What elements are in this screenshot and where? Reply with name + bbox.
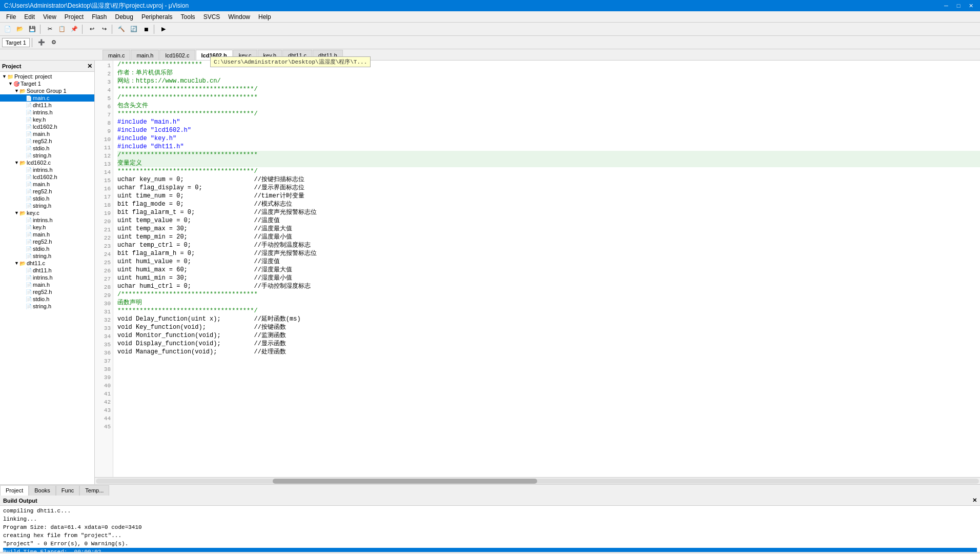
tree-node-dht11-h[interactable]: 📄dht11.h bbox=[0, 102, 94, 109]
menu-item-edit[interactable]: Edit bbox=[20, 12, 39, 22]
expand-icon-target1[interactable]: ▼ bbox=[8, 81, 13, 86]
menu-item-view[interactable]: View bbox=[39, 12, 60, 22]
tree-node-project-root[interactable]: ▼📁Project: project bbox=[0, 73, 94, 80]
tree-label-key-h: key.h bbox=[33, 116, 46, 123]
close-button[interactable]: ✕ bbox=[966, 2, 976, 10]
code-lines[interactable]: /********************** *******/作者：单片机俱乐… bbox=[113, 61, 980, 477]
file-icon-lcd1602-h: 📄 bbox=[26, 124, 32, 130]
maximize-button[interactable]: □ bbox=[953, 2, 964, 10]
expand-icon-source-group-1[interactable]: ▼ bbox=[14, 88, 19, 93]
minimize-button[interactable]: ─ bbox=[941, 2, 951, 10]
line-num-42: 42 bbox=[95, 398, 111, 406]
tree-node-lcd1602-h-2[interactable]: 📄lcd1602.h bbox=[0, 173, 94, 181]
panel-tab-project[interactable]: Project bbox=[0, 485, 29, 496]
open-button[interactable]: 📂 bbox=[14, 24, 26, 34]
tab-main-h[interactable]: main.h bbox=[131, 50, 159, 60]
tree-node-main-h[interactable]: 📄main.h bbox=[0, 130, 94, 137]
expand-icon-dht11-c[interactable]: ▼ bbox=[14, 261, 19, 266]
stop-button[interactable]: ⏹ bbox=[140, 24, 152, 34]
file-icon-main-c: 📄 bbox=[26, 95, 32, 101]
menu-item-peripherals[interactable]: Peripherals bbox=[137, 12, 177, 22]
tree-node-main-h-2[interactable]: 📄main.h bbox=[0, 181, 94, 188]
menu-item-file[interactable]: File bbox=[2, 12, 20, 22]
horizontal-scrollbar[interactable] bbox=[95, 477, 980, 484]
code-text-27: uint temp_max = 30; //温度最大值 bbox=[117, 225, 292, 233]
rebuild-button[interactable]: 🔄 bbox=[128, 24, 139, 34]
tree-node-stdio-h-3[interactable]: 📄stdio.h bbox=[0, 245, 94, 252]
code-content: 1234567891011121314151617181920212223242… bbox=[95, 61, 980, 477]
cut-button[interactable]: ✂ bbox=[44, 24, 55, 34]
menu-item-window[interactable]: Window bbox=[224, 12, 254, 22]
tree-node-main-h-4[interactable]: 📄main.h bbox=[0, 281, 94, 288]
tree-node-string-h-1[interactable]: 📄string.h bbox=[0, 152, 94, 159]
tree-node-key-c[interactable]: ▼📂key.c bbox=[0, 209, 94, 216]
undo-button[interactable]: ↩ bbox=[86, 24, 97, 34]
menu-item-tools[interactable]: Tools bbox=[177, 12, 199, 22]
debug-button[interactable]: ▶ bbox=[158, 24, 169, 34]
tree-node-dht11-h-4[interactable]: 📄dht11.h bbox=[0, 267, 94, 274]
code-line-32: uint humi_value = 0; //湿度值 bbox=[117, 258, 980, 266]
expand-icon-project-root[interactable]: ▼ bbox=[2, 74, 7, 79]
tree-node-reg52-h-4[interactable]: 📄reg52.h bbox=[0, 288, 94, 295]
build-button[interactable]: 🔨 bbox=[116, 24, 127, 34]
tree-node-intrns-h-3[interactable]: 📄intrins.h bbox=[0, 216, 94, 224]
project-panel-close[interactable]: ✕ bbox=[87, 63, 92, 70]
tree-node-stdio-h[interactable]: 📄stdio.h bbox=[0, 145, 94, 152]
code-line-13: #include "key.h" bbox=[117, 134, 980, 143]
save-button[interactable]: 💾 bbox=[27, 24, 38, 34]
code-line-23: bit flag_mode = 0; //模式标志位 bbox=[117, 200, 980, 208]
panel-tab-temp[interactable]: Temp... bbox=[79, 485, 109, 496]
scroll-track[interactable] bbox=[96, 479, 979, 484]
menu-item-flash[interactable]: Flash bbox=[88, 12, 111, 22]
expand-icon-lcd1602-c[interactable]: ▼ bbox=[14, 160, 19, 165]
copy-button[interactable]: 📋 bbox=[56, 24, 68, 34]
tree-label-string-h-3: string.h bbox=[33, 253, 51, 259]
tree-node-stdio-h-2[interactable]: 📄stdio.h bbox=[0, 195, 94, 202]
tree-node-reg52-h-2[interactable]: 📄reg52.h bbox=[0, 188, 94, 195]
redo-button[interactable]: ↪ bbox=[98, 24, 110, 34]
tree-node-stdio-h-4[interactable]: 📄stdio.h bbox=[0, 295, 94, 303]
tree-node-intrns-h-4[interactable]: 📄intrins.h bbox=[0, 274, 94, 281]
file-icon-main-h-2: 📄 bbox=[26, 182, 32, 187]
tree-node-lcd1602-h[interactable]: 📄lcd1602.h bbox=[0, 123, 94, 130]
menu-item-svcs[interactable]: SVCS bbox=[199, 12, 224, 22]
expand-icon-key-c[interactable]: ▼ bbox=[14, 210, 19, 215]
file-icon-intrns-h-3: 📄 bbox=[26, 217, 32, 223]
menu-item-project[interactable]: Project bbox=[60, 12, 88, 22]
menu-item-debug[interactable]: Debug bbox=[111, 12, 137, 22]
tree-node-intrns-h-2[interactable]: 📄intrins.h bbox=[0, 166, 94, 173]
new-button[interactable]: 📄 bbox=[2, 24, 13, 34]
tab-lcd1602-c[interactable]: lcd1602.c bbox=[159, 50, 195, 60]
target-selector[interactable]: Target 1 bbox=[2, 38, 30, 47]
scroll-thumb[interactable] bbox=[273, 479, 538, 484]
file-icon-intrns-h-2: 📄 bbox=[26, 167, 32, 173]
tree-node-source-group-1[interactable]: ▼📂Source Group 1 bbox=[0, 87, 94, 94]
tree-node-string-h-3[interactable]: 📄string.h bbox=[0, 252, 94, 260]
tree-node-key-h-3[interactable]: 📄key.h bbox=[0, 224, 94, 231]
code-line-12: #include "lcd1602.h" bbox=[117, 126, 980, 134]
project-tree[interactable]: ▼📁Project: project▼🎯Target 1▼📂Source Gro… bbox=[0, 72, 94, 484]
line-num-5: 5 bbox=[95, 94, 111, 103]
line-num-32: 32 bbox=[95, 316, 111, 324]
tree-node-target1[interactable]: ▼🎯Target 1 bbox=[0, 80, 94, 87]
settings-button[interactable]: ⚙ bbox=[48, 37, 59, 48]
tree-node-lcd1602-c[interactable]: ▼📂lcd1602.c bbox=[0, 159, 94, 166]
tab-main-c[interactable]: main.c bbox=[103, 50, 130, 60]
tree-node-reg52-h-3[interactable]: 📄reg52.h bbox=[0, 238, 94, 245]
tree-node-main-c[interactable]: 📄main.c bbox=[0, 94, 94, 102]
tree-node-dht11-c[interactable]: ▼📂dht11.c bbox=[0, 260, 94, 267]
tree-node-intrns-h[interactable]: 📄intrins.h bbox=[0, 109, 94, 116]
code-text-3: 网站：https://www.mcuclub.cn/ bbox=[117, 77, 221, 85]
file-icon-main-h: 📄 bbox=[26, 131, 32, 137]
panel-tab-books[interactable]: Books bbox=[29, 485, 56, 496]
tree-node-main-h-3[interactable]: 📄main.h bbox=[0, 231, 94, 238]
add-file-button[interactable]: ➕ bbox=[36, 37, 47, 48]
tree-label-stdio-h-3: stdio.h bbox=[33, 246, 49, 252]
tree-node-string-h-2[interactable]: 📄string.h bbox=[0, 202, 94, 209]
tree-node-reg52-h[interactable]: 📄reg52.h bbox=[0, 137, 94, 145]
paste-button[interactable]: 📌 bbox=[69, 24, 80, 34]
panel-tab-func[interactable]: Func bbox=[56, 485, 79, 496]
menu-item-help[interactable]: Help bbox=[254, 12, 275, 22]
tree-node-string-h-4[interactable]: 📄string.h bbox=[0, 303, 94, 310]
tree-node-key-h[interactable]: 📄key.h bbox=[0, 116, 94, 123]
